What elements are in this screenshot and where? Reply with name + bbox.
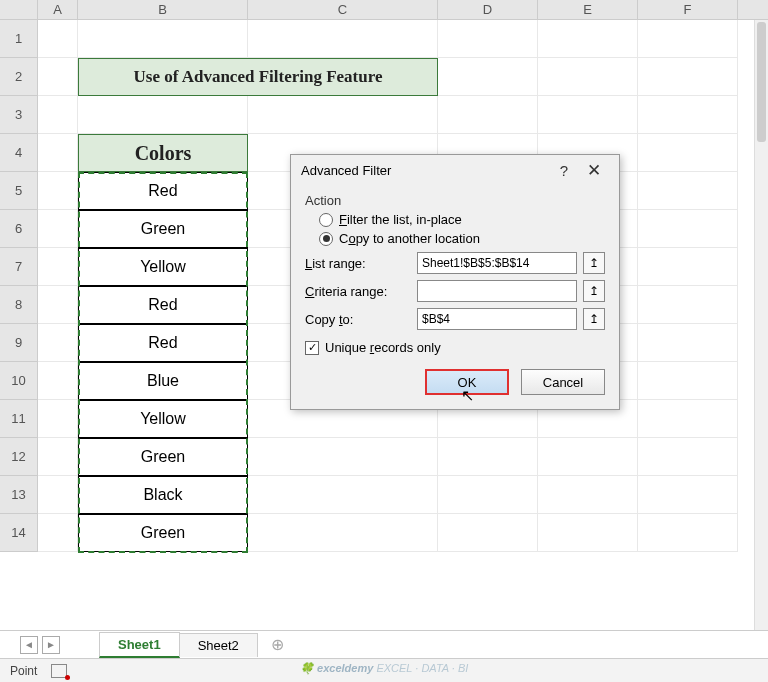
cell-F4[interactable] bbox=[638, 134, 738, 172]
row-header-9[interactable]: 9 bbox=[0, 324, 38, 362]
copy-to-input[interactable]: $B$4 bbox=[417, 308, 577, 330]
row-header-12[interactable]: 12 bbox=[0, 438, 38, 476]
cell-F3[interactable] bbox=[638, 96, 738, 134]
cell-B14[interactable]: Green bbox=[78, 514, 248, 552]
cell-E1[interactable] bbox=[538, 20, 638, 58]
cell-D1[interactable] bbox=[438, 20, 538, 58]
cell-B5[interactable]: Red bbox=[78, 172, 248, 210]
cell-B7[interactable]: Yellow bbox=[78, 248, 248, 286]
cell-F8[interactable] bbox=[638, 286, 738, 324]
cancel-button[interactable]: Cancel bbox=[521, 369, 605, 395]
cell-A10[interactable] bbox=[38, 362, 78, 400]
col-header-e[interactable]: E bbox=[538, 0, 638, 19]
cell-C12[interactable] bbox=[248, 438, 438, 476]
cell-A7[interactable] bbox=[38, 248, 78, 286]
tab-nav-next[interactable]: ► bbox=[42, 636, 60, 654]
cell-C14[interactable] bbox=[248, 514, 438, 552]
help-button[interactable]: ? bbox=[549, 162, 579, 179]
row-header-11[interactable]: 11 bbox=[0, 400, 38, 438]
cell-F2[interactable] bbox=[638, 58, 738, 96]
cell-E12[interactable] bbox=[538, 438, 638, 476]
cell-A2[interactable] bbox=[38, 58, 78, 96]
cell-A13[interactable] bbox=[38, 476, 78, 514]
close-button[interactable]: ✕ bbox=[579, 160, 609, 181]
cell-A11[interactable] bbox=[38, 400, 78, 438]
row-header-4[interactable]: 4 bbox=[0, 134, 38, 172]
select-all-corner[interactable] bbox=[0, 0, 38, 19]
criteria-range-ref-button[interactable]: ↥ bbox=[583, 280, 605, 302]
cell-B9[interactable]: Red bbox=[78, 324, 248, 362]
cell-D13[interactable] bbox=[438, 476, 538, 514]
cell-A1[interactable] bbox=[38, 20, 78, 58]
cell-B3[interactable] bbox=[78, 96, 248, 134]
cell-E3[interactable] bbox=[538, 96, 638, 134]
cell-E14[interactable] bbox=[538, 514, 638, 552]
cell-A14[interactable] bbox=[38, 514, 78, 552]
add-sheet-button[interactable]: ⊕ bbox=[266, 635, 290, 654]
macro-record-icon[interactable] bbox=[51, 664, 67, 678]
col-header-d[interactable]: D bbox=[438, 0, 538, 19]
row-header-10[interactable]: 10 bbox=[0, 362, 38, 400]
ok-button[interactable]: OK bbox=[425, 369, 509, 395]
cell-E13[interactable] bbox=[538, 476, 638, 514]
radio-filter-in-place[interactable]: Filter the list, in-place bbox=[319, 212, 605, 227]
cell-A5[interactable] bbox=[38, 172, 78, 210]
cell-F12[interactable] bbox=[638, 438, 738, 476]
cell-C3[interactable] bbox=[248, 96, 438, 134]
cell-B6[interactable]: Green bbox=[78, 210, 248, 248]
cell-F10[interactable] bbox=[638, 362, 738, 400]
cell-A12[interactable] bbox=[38, 438, 78, 476]
cell-B1[interactable] bbox=[78, 20, 248, 58]
vertical-scrollbar[interactable] bbox=[754, 20, 768, 636]
row-header-8[interactable]: 8 bbox=[0, 286, 38, 324]
cell-D12[interactable] bbox=[438, 438, 538, 476]
cell-B4[interactable]: Colors bbox=[78, 134, 248, 172]
row-header-6[interactable]: 6 bbox=[0, 210, 38, 248]
col-header-f[interactable]: F bbox=[638, 0, 738, 19]
row-header-1[interactable]: 1 bbox=[0, 20, 38, 58]
cell-C13[interactable] bbox=[248, 476, 438, 514]
tab-sheet1[interactable]: Sheet1 bbox=[99, 632, 180, 658]
cell-F7[interactable] bbox=[638, 248, 738, 286]
criteria-range-input[interactable] bbox=[417, 280, 577, 302]
cell-F6[interactable] bbox=[638, 210, 738, 248]
cell-B2[interactable]: Use of Advanced Filtering Feature bbox=[78, 58, 438, 96]
col-header-c[interactable]: C bbox=[248, 0, 438, 19]
col-header-b[interactable]: B bbox=[78, 0, 248, 19]
cell-E2[interactable] bbox=[538, 58, 638, 96]
unique-records-checkbox[interactable]: ✓ Unique records only bbox=[305, 340, 605, 355]
row-header-5[interactable]: 5 bbox=[0, 172, 38, 210]
cell-F14[interactable] bbox=[638, 514, 738, 552]
cell-A8[interactable] bbox=[38, 286, 78, 324]
cell-A3[interactable] bbox=[38, 96, 78, 134]
cell-F13[interactable] bbox=[638, 476, 738, 514]
cell-A9[interactable] bbox=[38, 324, 78, 362]
tab-sheet2[interactable]: Sheet2 bbox=[179, 633, 258, 657]
row-header-3[interactable]: 3 bbox=[0, 96, 38, 134]
cell-A4[interactable] bbox=[38, 134, 78, 172]
list-range-ref-button[interactable]: ↥ bbox=[583, 252, 605, 274]
radio-copy-location[interactable]: Copy to another location bbox=[319, 231, 605, 246]
cell-C1[interactable] bbox=[248, 20, 438, 58]
list-range-input[interactable]: Sheet1!$B$5:$B$14 bbox=[417, 252, 577, 274]
cell-B8[interactable]: Red bbox=[78, 286, 248, 324]
cell-B11[interactable]: Yellow bbox=[78, 400, 248, 438]
cell-B13[interactable]: Black bbox=[78, 476, 248, 514]
cell-F1[interactable] bbox=[638, 20, 738, 58]
cell-B12[interactable]: Green bbox=[78, 438, 248, 476]
col-header-a[interactable]: A bbox=[38, 0, 78, 19]
cell-D14[interactable] bbox=[438, 514, 538, 552]
cell-A6[interactable] bbox=[38, 210, 78, 248]
copy-to-ref-button[interactable]: ↥ bbox=[583, 308, 605, 330]
cell-F11[interactable] bbox=[638, 400, 738, 438]
cell-B10[interactable]: Blue bbox=[78, 362, 248, 400]
row-header-7[interactable]: 7 bbox=[0, 248, 38, 286]
cell-F5[interactable] bbox=[638, 172, 738, 210]
row-header-2[interactable]: 2 bbox=[0, 58, 38, 96]
cell-F9[interactable] bbox=[638, 324, 738, 362]
cell-D2[interactable] bbox=[438, 58, 538, 96]
row-header-14[interactable]: 14 bbox=[0, 514, 38, 552]
cell-D3[interactable] bbox=[438, 96, 538, 134]
tab-nav-prev[interactable]: ◄ bbox=[20, 636, 38, 654]
row-header-13[interactable]: 13 bbox=[0, 476, 38, 514]
